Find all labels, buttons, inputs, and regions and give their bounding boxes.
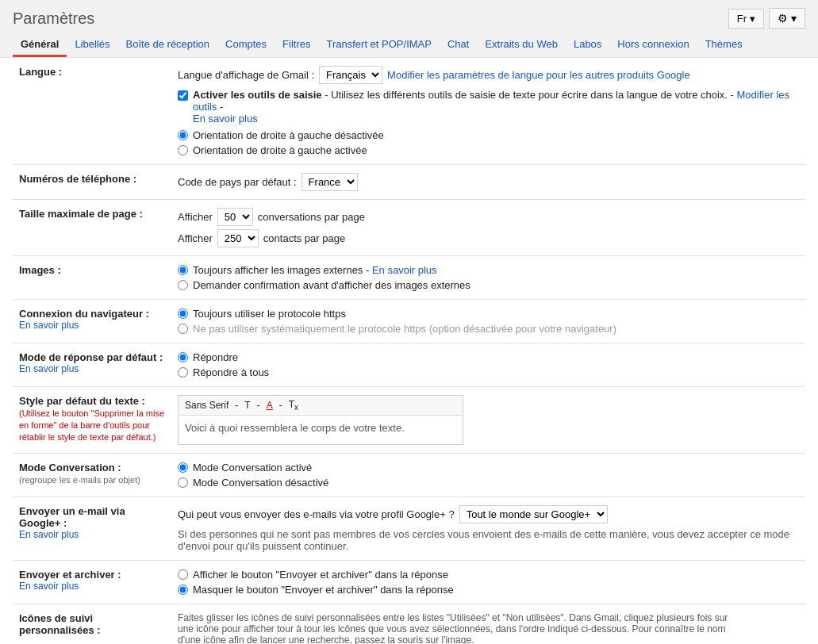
reponse-row: Mode de réponse par défaut : En savoir p… [13, 343, 805, 387]
tab-boite-reception[interactable]: Boîte de réception [118, 33, 218, 57]
reponse-radio-1: Répondre [178, 351, 799, 363]
connexion-learn-link[interactable]: En savoir plus [19, 320, 165, 331]
langue-select[interactable]: Français [319, 66, 382, 84]
connexion-content: Toujours utiliser le protocole https Ne … [171, 300, 805, 343]
envoyer-archiver-radio-group: Afficher le bouton "Envoyer et archiver"… [178, 569, 799, 596]
envoyer-archiver-radio-1-input[interactable] [178, 569, 188, 580]
contacts-select[interactable]: 250 [217, 229, 259, 247]
reponse-radio-group: Répondre Répondre à tous [178, 351, 799, 378]
langue-display-row: Langue d'affichage de Gmail : Français M… [178, 66, 799, 84]
conversations-row: Afficher 50 conversations par page [178, 208, 799, 226]
tab-comptes[interactable]: Comptes [217, 33, 275, 57]
google-plus-label: Envoyer un e-mail via Google+ : En savoi… [13, 497, 171, 561]
orientation-radio-1-input[interactable] [178, 130, 188, 140]
images-radio-2-input[interactable] [178, 280, 188, 290]
style-content: Sans Serif - T - A - Tx Voici à quoi res… [171, 387, 805, 454]
conversation-radio-group: Mode Conversation activé Mode Conversati… [178, 462, 799, 489]
tab-chat[interactable]: Chat [440, 33, 477, 57]
font-size-icon: T [244, 400, 250, 411]
orientation-radio-2-input[interactable] [178, 145, 188, 155]
gear-icon: ⚙ [778, 12, 788, 25]
conversation-radio-1: Mode Conversation activé [178, 462, 799, 473]
icones-label: Icônes de suivi personnalisées : [13, 604, 171, 644]
checkbox-saisie[interactable] [178, 90, 188, 101]
reponse-label: Mode de réponse par défaut : En savoir p… [13, 343, 171, 387]
code-label: Code de pays par défaut : [178, 176, 297, 188]
learn-more-saisie-link[interactable]: En savoir plus [193, 113, 258, 125]
tab-hors-connexion[interactable]: Hors connexion [609, 33, 697, 57]
langue-display-label: Langue d'affichage de Gmail : [178, 69, 314, 81]
connexion-row: Connexion du navigateur : En savoir plus… [13, 300, 805, 343]
connexion-radio-2-input[interactable] [178, 324, 188, 334]
modify-lang-link[interactable]: Modifier les paramètres de langue pour l… [387, 69, 690, 81]
images-content: Toujours afficher les images externes - … [171, 256, 805, 300]
envoyer-archiver-radio-2: Masquer le bouton "Envoyer et archiver" … [178, 584, 799, 596]
icones-desc: Faites glisser les icônes de suivi perso… [178, 612, 733, 644]
envoyer-archiver-label: Envoyer et archiver : En savoir plus [13, 561, 171, 604]
envoyer-archiver-radio-2-input[interactable] [178, 585, 188, 595]
page-header: Paramètres Fr ▾ ⚙ ▾ [0, 0, 818, 29]
conversation-radio-1-input[interactable] [178, 462, 188, 473]
images-radio-2: Demander confirmation avant d'afficher d… [178, 279, 799, 291]
reponse-radio-1-input[interactable] [178, 352, 188, 362]
tab-transfert[interactable]: Transfert et POP/IMAP [318, 33, 439, 57]
conversation-sub-label: (regroupe les e-mails par objet) [19, 475, 140, 485]
phone-code-select[interactable]: France [301, 173, 358, 191]
connexion-radio-1: Toujours utiliser le protocole https [178, 308, 799, 320]
telephone-row: Numéros de téléphone : Code de pays par … [13, 165, 805, 200]
google-plus-dropdown[interactable]: Tout le monde sur Google+ [459, 505, 608, 523]
envoyer-archiver-learn-link[interactable]: En savoir plus [19, 581, 165, 592]
telephone-content: Code de pays par défaut : France [171, 165, 805, 200]
tab-themes[interactable]: Thèmes [697, 33, 751, 57]
connexion-radio-group: Toujours utiliser le protocole https Ne … [178, 308, 799, 335]
clear-format-icon: Tx [289, 399, 298, 412]
google-plus-description: Si des personnes qui ne sont pas membres… [178, 528, 799, 552]
contacts-label: contacts par page [263, 232, 345, 244]
images-learn-link[interactable]: En savoir plus [372, 264, 437, 276]
taille-label: Taille maximale de page : [13, 200, 171, 256]
style-sub-label: (Utilisez le bouton "Supprimer la mise e… [19, 408, 164, 442]
nav-tabs: Général Libellés Boîte de réception Comp… [13, 33, 805, 57]
tab-filtres[interactable]: Filtres [275, 33, 318, 57]
page-title: Paramètres [13, 10, 94, 28]
images-radio-1: Toujours afficher les images externes - … [178, 264, 799, 276]
langue-label: Langue : [13, 58, 171, 165]
style-row: Style par défaut du texte : (Utilisez le… [13, 387, 805, 454]
checkbox-saisie-label: Activer les outils de saisie - Utilisez … [178, 89, 799, 125]
text-editor: Sans Serif - T - A - Tx Voici à quoi res… [178, 395, 463, 445]
taille-content: Afficher 50 conversations par page Affic… [171, 200, 805, 256]
connexion-label: Connexion du navigateur : En savoir plus [13, 300, 171, 343]
connexion-radio-2: Ne pas utiliser systématiquement le prot… [178, 323, 799, 335]
afficher-conversations-label: Afficher [178, 211, 213, 223]
settings-table: Langue : Langue d'affichage de Gmail : F… [13, 58, 805, 644]
lang-label: Fr [737, 13, 747, 25]
tab-libelles[interactable]: Libellés [67, 33, 117, 57]
images-row: Images : Toujours afficher les images ex… [13, 256, 805, 300]
gear-settings-button[interactable]: ⚙ ▾ [769, 8, 805, 29]
conversation-label: Mode Conversation : (regroupe les e-mail… [13, 454, 171, 497]
images-label: Images : [13, 256, 171, 300]
conversation-content: Mode Conversation activé Mode Conversati… [171, 454, 805, 497]
conversation-radio-2-input[interactable] [178, 477, 188, 488]
tab-general[interactable]: Général [13, 33, 67, 57]
checkbox-saisie-row: Activer les outils de saisie - Utilisez … [178, 89, 799, 125]
google-plus-learn-link[interactable]: En savoir plus [19, 529, 165, 540]
tab-extraits[interactable]: Extraits du Web [477, 33, 566, 57]
reponse-radio-2-input[interactable] [178, 367, 188, 378]
tab-labos[interactable]: Labos [566, 33, 609, 57]
google-plus-question: Qui peut vous envoyer des e-mails via vo… [178, 508, 455, 520]
language-button[interactable]: Fr ▾ [728, 9, 764, 29]
connexion-radio-1-input[interactable] [178, 309, 188, 319]
envoyer-archiver-content: Afficher le bouton "Envoyer et archiver"… [171, 561, 805, 604]
envoyer-archiver-radio-1: Afficher le bouton "Envoyer et archiver"… [178, 569, 799, 581]
images-radio-group: Toujours afficher les images externes - … [178, 264, 799, 291]
settings-container: Langue : Langue d'affichage de Gmail : F… [0, 58, 818, 644]
style-label: Style par défaut du texte : (Utilisez le… [13, 387, 171, 454]
reponse-learn-link[interactable]: En savoir plus [19, 363, 165, 374]
langue-row: Langue : Langue d'affichage de Gmail : F… [13, 58, 805, 165]
orientation-radio-group: Orientation de droite à gauche désactivé… [178, 129, 799, 156]
images-radio-1-input[interactable] [178, 265, 188, 275]
langue-content: Langue d'affichage de Gmail : Français M… [171, 58, 805, 165]
conversations-select[interactable]: 50 [217, 208, 253, 226]
editor-preview-text: Voici à quoi ressemblera le corps de vot… [179, 416, 463, 444]
